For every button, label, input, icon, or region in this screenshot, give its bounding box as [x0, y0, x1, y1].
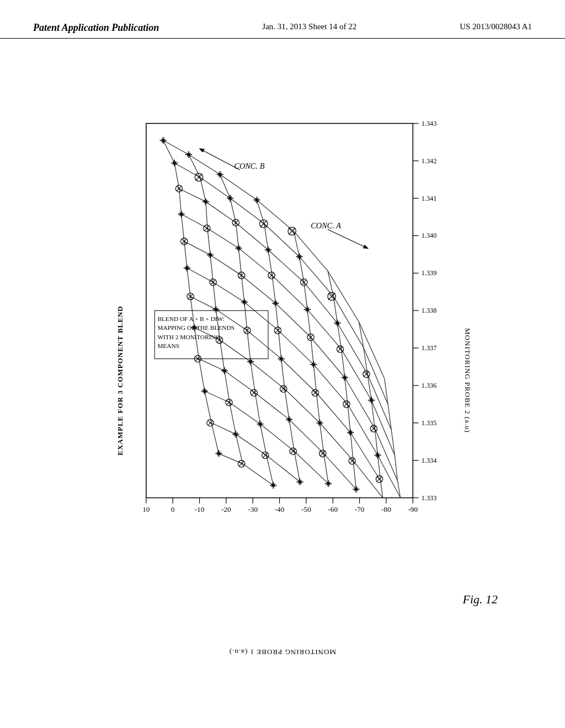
header-sheet-info: Jan. 31, 2013 Sheet 14 of 22: [262, 22, 356, 31]
svg-text:BLEND OF A + B + DIW:: BLEND OF A + B + DIW:: [157, 315, 225, 322]
svg-text:1.333: 1.333: [422, 494, 437, 502]
svg-text:10: 10: [142, 505, 150, 513]
x-axis: 10 0 -10 -20 -30 -40 -50 -60: [142, 498, 418, 514]
header: Patent Application Publication Jan. 31, …: [0, 0, 565, 39]
svg-text:1.342: 1.342: [422, 157, 437, 165]
svg-text:1.334: 1.334: [422, 457, 437, 464]
svg-text:MEANS: MEANS: [157, 342, 179, 349]
figure-container: EXAMPLE FOR 3 COMPONENT BLEND MONITORING…: [33, 77, 532, 684]
svg-text:1.339: 1.339: [422, 269, 437, 277]
header-patent-number: US 2013/0028043 A1: [460, 22, 532, 31]
svg-text:1.337: 1.337: [422, 344, 437, 352]
svg-text:WITH 2 MONITORING: WITH 2 MONITORING: [157, 334, 220, 340]
svg-line-295: [328, 229, 367, 248]
svg-text:-20: -20: [221, 505, 231, 513]
svg-text:MAPPING OF THE BLENDS: MAPPING OF THE BLENDS: [157, 324, 234, 331]
svg-text:-90: -90: [408, 505, 418, 513]
svg-text:-50: -50: [301, 505, 311, 513]
header-publication-label: Patent Application Publication: [33, 22, 159, 34]
svg-text:1.341: 1.341: [422, 195, 437, 202]
svg-text:-30: -30: [248, 505, 258, 513]
svg-text:-70: -70: [355, 505, 365, 513]
page: Patent Application Publication Jan. 31, …: [0, 0, 565, 728]
svg-text:0: 0: [171, 505, 175, 513]
svg-text:-10: -10: [195, 505, 205, 513]
svg-text:1.336: 1.336: [422, 382, 437, 389]
fig-label: Fig. 12: [462, 592, 498, 607]
svg-text:-40: -40: [275, 505, 285, 513]
svg-text:-60: -60: [328, 505, 338, 513]
svg-text:1.335: 1.335: [422, 419, 437, 427]
right-axis: 1.333 1.334 1.335 1.336 1.337 1.338 1.33…: [413, 120, 436, 502]
chart-svg: 10 0 -10 -20 -30 -40 -50 -60: [89, 105, 487, 590]
svg-line-293: [200, 149, 240, 170]
svg-text:1.340: 1.340: [422, 232, 437, 239]
chart-wrapper: EXAMPLE FOR 3 COMPONENT BLEND MONITORING…: [45, 88, 520, 673]
svg-text:CONC. A: CONC. A: [311, 221, 341, 230]
svg-text:1.343: 1.343: [422, 120, 437, 127]
svg-text:1.338: 1.338: [422, 307, 437, 314]
svg-text:-80: -80: [381, 505, 391, 513]
bottom-axis-label: MONITORING PROBE 1 (a.u.): [229, 647, 336, 656]
